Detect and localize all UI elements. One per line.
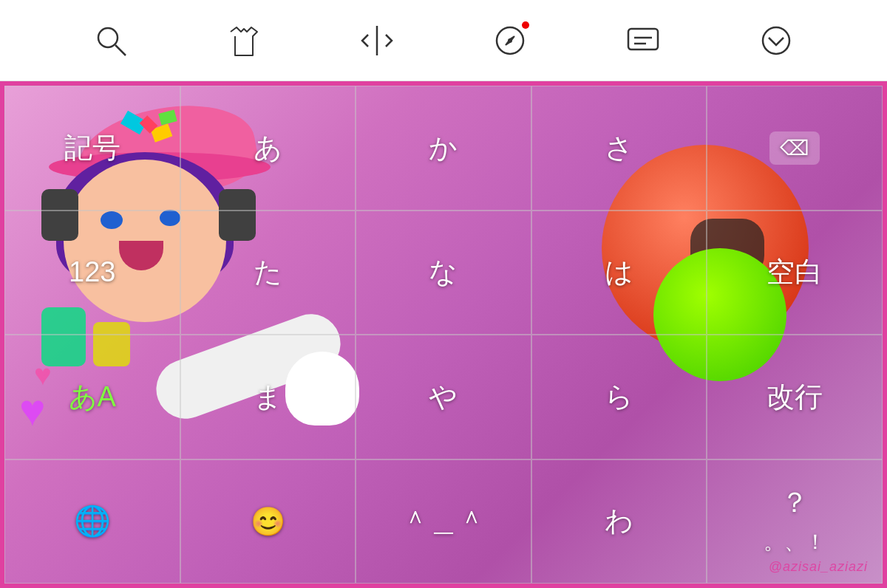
key-globe-label: 🌐 bbox=[74, 504, 111, 539]
keyboard-area: ♥ ♥ @azisai_aziazi 記号 あ か さ ⌫ 123 た bbox=[0, 81, 887, 588]
key-ma-label: ま bbox=[254, 378, 282, 416]
key-ka-label: か bbox=[429, 129, 458, 167]
key-ma[interactable]: ま bbox=[180, 335, 356, 459]
resize-nav-button[interactable] bbox=[355, 18, 399, 63]
shirt-nav-button[interactable] bbox=[222, 18, 266, 63]
key-ya[interactable]: や bbox=[356, 335, 531, 459]
delete-box: ⌫ bbox=[769, 131, 820, 165]
key-123[interactable]: 123 bbox=[4, 211, 180, 335]
message-nav-button[interactable] bbox=[621, 18, 665, 63]
key-ta-label: た bbox=[254, 253, 282, 291]
chevron-down-icon bbox=[758, 23, 794, 58]
key-123-label: 123 bbox=[69, 256, 115, 288]
key-ka[interactable]: か bbox=[356, 86, 531, 211]
key-newline[interactable]: 改行 bbox=[707, 335, 883, 459]
message-icon bbox=[625, 23, 661, 58]
chevron-down-nav-button[interactable] bbox=[754, 18, 798, 63]
key-globe[interactable]: 🌐 bbox=[4, 459, 180, 584]
svg-line-1 bbox=[115, 45, 126, 55]
key-sa[interactable]: さ bbox=[531, 86, 707, 211]
key-ta[interactable]: た bbox=[180, 211, 356, 335]
key-wa[interactable]: わ bbox=[531, 459, 707, 584]
key-ra[interactable]: ら bbox=[531, 335, 707, 459]
key-space-label: 空白 bbox=[767, 253, 823, 291]
notification-dot bbox=[522, 21, 529, 29]
key-na[interactable]: な bbox=[356, 211, 531, 335]
key-a-label: あ bbox=[254, 129, 282, 167]
search-nav-button[interactable] bbox=[89, 18, 133, 63]
key-emoji[interactable]: 😊 bbox=[180, 459, 356, 584]
key-aa-caps[interactable]: あA bbox=[4, 335, 180, 459]
key-underscore-caret-label: ＾＿＾ bbox=[401, 502, 486, 540]
key-ha-label: は bbox=[605, 253, 633, 291]
search-icon bbox=[93, 23, 129, 58]
key-aa-caps-label: あA bbox=[69, 378, 116, 416]
key-newline-label: 改行 bbox=[767, 378, 823, 416]
key-underscore-caret[interactable]: ＾＿＾ bbox=[356, 459, 531, 584]
key-ha[interactable]: は bbox=[531, 211, 707, 335]
top-navigation bbox=[0, 0, 887, 81]
key-na-label: な bbox=[429, 253, 458, 291]
key-kigou-label: 記号 bbox=[64, 129, 120, 167]
svg-point-8 bbox=[763, 27, 789, 54]
key-ya-label: や bbox=[429, 378, 458, 416]
svg-rect-5 bbox=[628, 29, 658, 49]
svg-point-0 bbox=[98, 28, 118, 47]
key-punctuation[interactable]: ？。、！ bbox=[707, 459, 883, 584]
key-a[interactable]: あ bbox=[180, 86, 356, 211]
key-space[interactable]: 空白 bbox=[707, 211, 883, 335]
key-punctuation-label: ？。、！ bbox=[764, 485, 826, 558]
key-wa-label: わ bbox=[605, 502, 633, 540]
key-ra-label: ら bbox=[605, 378, 633, 416]
key-sa-label: さ bbox=[605, 129, 633, 167]
keyboard-grid: 記号 あ か さ ⌫ 123 た な は 空白 bbox=[4, 86, 883, 584]
key-delete[interactable]: ⌫ bbox=[707, 86, 883, 211]
key-emoji-label: 😊 bbox=[251, 505, 285, 538]
key-kigou[interactable]: 記号 bbox=[4, 86, 180, 211]
key-delete-label: ⌫ bbox=[769, 131, 820, 165]
compass-nav-button[interactable] bbox=[488, 18, 532, 63]
resize-icon bbox=[359, 23, 395, 58]
shirt-icon bbox=[226, 23, 262, 58]
